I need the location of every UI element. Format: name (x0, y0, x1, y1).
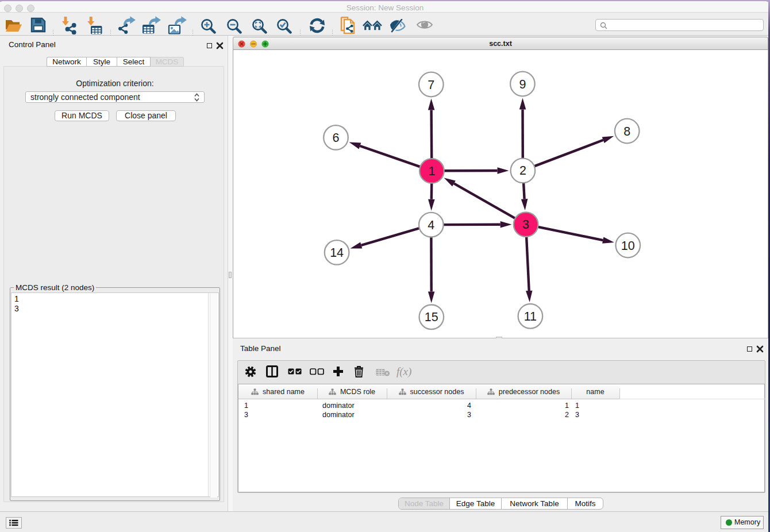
svg-text:8: 8 (623, 125, 630, 138)
svg-text:14: 14 (330, 246, 344, 260)
svg-text:3: 3 (522, 218, 529, 232)
svg-text:1: 1 (428, 164, 435, 178)
svg-text:4: 4 (428, 218, 434, 232)
svg-text:15: 15 (425, 310, 438, 324)
svg-text:9: 9 (519, 78, 526, 91)
svg-text:11: 11 (524, 310, 537, 323)
svg-text:6: 6 (333, 131, 340, 145)
svg-text:10: 10 (621, 239, 635, 253)
svg-text:2: 2 (519, 164, 526, 178)
svg-text:7: 7 (428, 78, 434, 92)
